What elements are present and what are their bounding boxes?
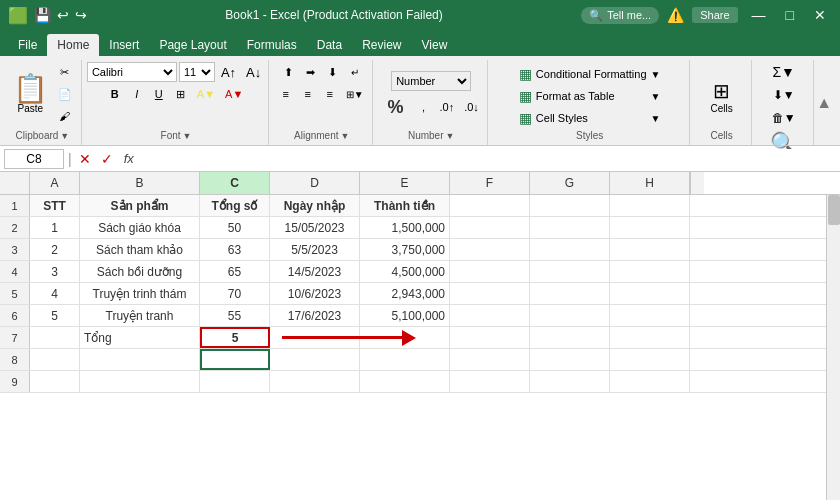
- cell-h6[interactable]: [610, 305, 690, 326]
- format-painter-button[interactable]: 🖌: [54, 106, 76, 126]
- cell-d9[interactable]: [270, 371, 360, 392]
- tab-file[interactable]: File: [8, 34, 47, 56]
- cell-b4[interactable]: Sách bồi dưỡng: [80, 261, 200, 282]
- cell-g3[interactable]: [530, 239, 610, 260]
- col-header-d[interactable]: D: [270, 172, 360, 194]
- tab-formulas[interactable]: Formulas: [237, 34, 307, 56]
- cell-b3[interactable]: Sách tham khảo: [80, 239, 200, 260]
- col-header-h[interactable]: H: [610, 172, 690, 194]
- cell-e6[interactable]: 5,100,000: [360, 305, 450, 326]
- cell-a8[interactable]: [30, 349, 80, 370]
- cell-d2[interactable]: 15/05/2023: [270, 217, 360, 238]
- tell-me-input[interactable]: 🔍Tell me...: [581, 7, 659, 24]
- cell-g2[interactable]: [530, 217, 610, 238]
- number-format-select[interactable]: Number: [391, 71, 471, 91]
- cell-c2[interactable]: 50: [200, 217, 270, 238]
- cell-g9[interactable]: [530, 371, 610, 392]
- cell-h2[interactable]: [610, 217, 690, 238]
- cell-f7[interactable]: [450, 327, 530, 348]
- cell-a6[interactable]: 5: [30, 305, 80, 326]
- cell-h5[interactable]: [610, 283, 690, 304]
- col-header-g[interactable]: G: [530, 172, 610, 194]
- align-top-button[interactable]: ⬆: [279, 62, 299, 82]
- cell-b9[interactable]: [80, 371, 200, 392]
- cell-f8[interactable]: [450, 349, 530, 370]
- cell-h4[interactable]: [610, 261, 690, 282]
- formula-input[interactable]: [142, 149, 836, 169]
- bold-button[interactable]: B: [105, 84, 125, 104]
- italic-button[interactable]: I: [127, 84, 147, 104]
- decrease-decimal-button[interactable]: .0↓: [460, 97, 483, 117]
- cell-g1[interactable]: [530, 195, 610, 216]
- formula-cancel-button[interactable]: ✕: [76, 151, 94, 167]
- cell-a5[interactable]: 4: [30, 283, 80, 304]
- tab-view[interactable]: View: [412, 34, 458, 56]
- cell-b6[interactable]: Truyện tranh: [80, 305, 200, 326]
- increase-font-button[interactable]: A↑: [217, 62, 240, 82]
- cell-e7[interactable]: [360, 327, 450, 348]
- decrease-font-button[interactable]: A↓: [242, 62, 265, 82]
- cell-c7[interactable]: 5: [200, 327, 270, 348]
- cell-reference-box[interactable]: [4, 149, 64, 169]
- cell-h9[interactable]: [610, 371, 690, 392]
- align-middle-button[interactable]: ➡: [301, 62, 321, 82]
- cell-f6[interactable]: [450, 305, 530, 326]
- clear-button[interactable]: 🗑▼: [768, 108, 800, 128]
- cell-c8[interactable]: [200, 349, 270, 370]
- cell-e9[interactable]: [360, 371, 450, 392]
- cell-e3[interactable]: 3,750,000: [360, 239, 450, 260]
- cell-g7[interactable]: [530, 327, 610, 348]
- cell-a1[interactable]: STT: [30, 195, 80, 216]
- cell-b7[interactable]: Tổng: [80, 327, 200, 348]
- conditional-formatting-button[interactable]: ▦ Conditional Formatting ▼: [515, 64, 665, 84]
- cell-b8[interactable]: [80, 349, 200, 370]
- autosum-button[interactable]: Σ▼: [768, 62, 799, 82]
- tab-page-layout[interactable]: Page Layout: [149, 34, 236, 56]
- cell-h1[interactable]: [610, 195, 690, 216]
- font-color-button[interactable]: A▼: [221, 84, 247, 104]
- cell-b2[interactable]: Sách giáo khóa: [80, 217, 200, 238]
- cell-a3[interactable]: 2: [30, 239, 80, 260]
- formula-confirm-button[interactable]: ✓: [98, 151, 116, 167]
- cell-f1[interactable]: [450, 195, 530, 216]
- maximize-button[interactable]: □: [780, 7, 800, 23]
- minimize-button[interactable]: —: [746, 7, 772, 23]
- cell-g4[interactable]: [530, 261, 610, 282]
- cell-c5[interactable]: 70: [200, 283, 270, 304]
- cell-d5[interactable]: 10/6/2023: [270, 283, 360, 304]
- scroll-thumb[interactable]: [828, 195, 840, 225]
- format-as-table-button[interactable]: ▦ Format as Table ▼: [515, 86, 665, 106]
- fill-button[interactable]: ⬇▼: [769, 85, 799, 105]
- cells-big-button[interactable]: ⊞ Cells: [703, 75, 741, 118]
- copy-button[interactable]: 📄: [54, 84, 76, 104]
- cell-c6[interactable]: 55: [200, 305, 270, 326]
- cell-e2[interactable]: 1,500,000: [360, 217, 450, 238]
- cell-c3[interactable]: 63: [200, 239, 270, 260]
- cell-f5[interactable]: [450, 283, 530, 304]
- align-right-button[interactable]: ≡: [320, 84, 340, 104]
- cell-d8[interactable]: [270, 349, 360, 370]
- col-header-a[interactable]: A: [30, 172, 80, 194]
- align-bottom-button[interactable]: ⬇: [323, 62, 343, 82]
- cell-d4[interactable]: 14/5/2023: [270, 261, 360, 282]
- cell-f4[interactable]: [450, 261, 530, 282]
- col-header-e[interactable]: E: [360, 172, 450, 194]
- close-button[interactable]: ✕: [808, 7, 832, 23]
- cell-g8[interactable]: [530, 349, 610, 370]
- save-icon[interactable]: 💾: [34, 7, 51, 23]
- font-name-select[interactable]: Calibri: [87, 62, 177, 82]
- cell-h8[interactable]: [610, 349, 690, 370]
- cell-d3[interactable]: 5/5/2023: [270, 239, 360, 260]
- align-center-button[interactable]: ≡: [298, 84, 318, 104]
- cell-c9[interactable]: [200, 371, 270, 392]
- undo-icon[interactable]: ↩: [57, 7, 69, 23]
- border-button[interactable]: ⊞: [171, 84, 191, 104]
- cell-e1[interactable]: Thành tiền: [360, 195, 450, 216]
- function-icon[interactable]: fx: [120, 151, 138, 166]
- increase-decimal-button[interactable]: .0↑: [435, 97, 458, 117]
- fill-color-button[interactable]: A▼: [193, 84, 219, 104]
- tab-home[interactable]: Home: [47, 34, 99, 56]
- comma-button[interactable]: ,: [413, 97, 433, 117]
- cell-e4[interactable]: 4,500,000: [360, 261, 450, 282]
- cell-a9[interactable]: [30, 371, 80, 392]
